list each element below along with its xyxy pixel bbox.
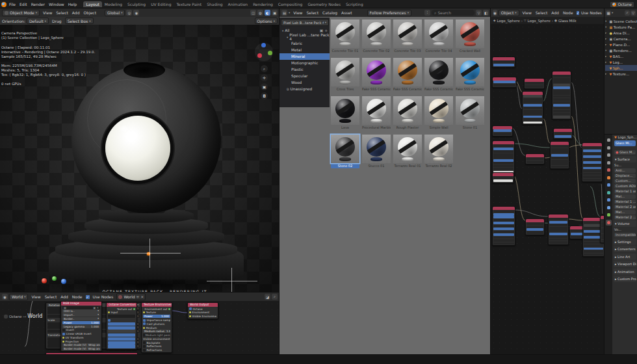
catalog-item-pixel-lab-tane-pack-4[interactable]: ▾Pixel Lab ...tane Pack 4 [280, 34, 330, 40]
asset-item[interactable]: Cross Tiles [331, 58, 359, 92]
prop-row[interactable]: Displace... [614, 174, 636, 178]
prop-row[interactable]: Mat... [614, 194, 636, 199]
menu-item[interactable]: Node [561, 8, 575, 17]
asset-item[interactable]: Fake SSS Ceramic... [424, 58, 453, 92]
workspace-tab-compositing[interactable]: Compositing [276, 1, 306, 7]
shader-node[interactable] [492, 125, 513, 136]
render-preview[interactable]: Camera Perspective(1) Scene Collection |… [0, 25, 280, 292]
prop-row[interactable]: Mat... [614, 210, 636, 214]
node-header[interactable]: World Output [188, 303, 218, 307]
workspace-tab-scripting[interactable]: Scripting [343, 1, 366, 7]
menu-item[interactable]: Node [70, 292, 84, 301]
node-row[interactable] [108, 322, 135, 326]
material-datablock[interactable]: ● Glass M... [614, 150, 636, 155]
orientation-value-dropdown[interactable]: Default▾ [27, 18, 49, 24]
world-node-rgb-image[interactable]: RGB Image▤▣ ✕OIIO lo..▾Import..▾Border..… [60, 301, 102, 352]
catalog-item-unassigned[interactable]: ⧉Unassigned [280, 86, 330, 92]
node-row[interactable]: Texture out [108, 307, 135, 311]
world-node-octane-conversion[interactable]: Octane ConversionTexture outInput [106, 302, 137, 350]
material-slot-selected[interactable]: Glass Mi... [614, 140, 636, 146]
asset-thumbnail[interactable] [362, 96, 391, 125]
node-row[interactable]: Border..▾ [62, 317, 100, 320]
asset-search-input[interactable]: ⌕Search [432, 10, 474, 16]
proportional-edit-icon[interactable]: ◉ [133, 10, 139, 16]
node-row[interactable]: Importance sampling [143, 318, 170, 322]
outliner-row[interactable]: ▸●Area Di... [605, 30, 637, 36]
asset-thumbnail[interactable] [393, 135, 422, 163]
prop-section-viewport-di-[interactable]: ▸ Viewport Di... [614, 261, 636, 267]
editor-zoom-icon[interactable]: ⌕ [272, 294, 278, 300]
node-row[interactable] [108, 341, 135, 344]
node-row[interactable]: Input [108, 311, 135, 314]
shader-type-dropdown[interactable]: Object▾ [499, 10, 519, 16]
asset-thumbnail[interactable] [456, 58, 484, 86]
asset-item[interactable]: Stone 02 [331, 135, 359, 168]
mode-dropdown[interactable]: Object Mode▾ [2, 10, 40, 16]
editor-type-icon[interactable]: ▤ [281, 10, 287, 16]
menu-item[interactable]: Select [43, 292, 59, 301]
menu-item[interactable]: Add [549, 8, 561, 17]
menu-item[interactable]: Help [66, 0, 79, 8]
editor-type-icon[interactable]: ◉ [2, 294, 8, 300]
menu-item[interactable]: Select [54, 8, 70, 17]
asset-thumbnail[interactable] [424, 96, 453, 125]
asset-item[interactable]: Fake SSS Ceramic... [393, 58, 422, 92]
outliner-row[interactable]: ▼Sph... [605, 65, 637, 71]
prop-row[interactable]: Material 1 an... [614, 189, 636, 194]
catalog-item-motiongraphic[interactable]: Motiongraphic [280, 60, 330, 66]
properties-tab-object-data[interactable] [606, 212, 612, 218]
shading-wireframe-icon[interactable]: ◫ [250, 10, 256, 16]
asset-thumbnail[interactable] [424, 20, 453, 48]
asset-thumbnail[interactable] [331, 96, 359, 125]
node-row[interactable] [108, 344, 135, 348]
shader-node[interactable] [548, 214, 569, 245]
asset-item[interactable]: Terrazzo Real 01 [393, 135, 422, 168]
menu-item[interactable]: Catalog [320, 8, 339, 17]
workspace-tab-rendering[interactable]: Rendering [250, 1, 276, 7]
asset-item[interactable]: Concrete Tile 01 [331, 20, 359, 53]
shader-node[interactable] [582, 142, 603, 182]
fake-user-icon[interactable]: ⛨ [136, 294, 140, 300]
menu-item[interactable]: Object [81, 8, 98, 17]
properties-tab-render[interactable] [606, 145, 612, 151]
workspace-tab-animation[interactable]: Animation [226, 1, 251, 7]
node-row[interactable]: Medium [143, 326, 170, 330]
catalog-item-fabric[interactable]: Fabric [280, 40, 330, 47]
prop-section-custom-pro-[interactable]: ▸ Custom Pro... [614, 276, 636, 282]
world-node[interactable] [46, 352, 138, 354]
node-header[interactable]: Texture Environment [142, 303, 172, 307]
asset-item[interactable]: Concrete Tile 03 [393, 20, 422, 53]
prop-section-line-art[interactable]: ▸ Line Art [614, 254, 636, 260]
shader-type-dropdown[interactable]: World▾ [9, 294, 28, 300]
shader-node[interactable] [525, 153, 545, 164]
catalog-item-mineral[interactable]: Mineral [280, 53, 330, 60]
workspace-tab-texture-paint[interactable]: Texture Paint [174, 1, 204, 7]
properties-tab-output[interactable] [606, 152, 612, 158]
node-row[interactable]: Border mode (V)Wrap around▾ [62, 347, 100, 350]
properties-tab-particles[interactable] [606, 190, 612, 196]
properties-tab-constraints[interactable] [606, 205, 612, 211]
properties-tab-modifiers[interactable] [606, 182, 612, 188]
menu-item[interactable]: Window [47, 0, 66, 8]
workspace-tab-uv-editing[interactable]: UV Editing [148, 1, 174, 7]
outliner-row[interactable]: ▸▣Camera... [605, 36, 637, 42]
blender-logo-icon[interactable] [1, 2, 6, 7]
use-nodes-checkbox[interactable]: ✓ [86, 295, 90, 299]
prop-section-surface[interactable]: ▾ Surface [614, 156, 636, 162]
node-row[interactable]: Medium radius1.0000 [143, 330, 170, 333]
prop-row[interactable]: Incompatible o... [614, 233, 636, 237]
prop-row[interactable]: Custom AOV o... [614, 184, 636, 188]
node-row[interactable]: Octane [189, 307, 216, 311]
menu-item[interactable]: Add [58, 292, 70, 301]
node-row[interactable] [108, 333, 135, 337]
select-tool-dropdown[interactable]: Select Box▾ [65, 18, 94, 24]
asset-item[interactable]: Fake SSS Ceramic... [456, 58, 484, 92]
workspace-tab-shading[interactable]: Shading [204, 1, 225, 7]
node-row[interactable]: UV Transform [62, 336, 100, 339]
node-row[interactable]: Environment [189, 311, 216, 314]
asset-thumbnail[interactable] [424, 58, 453, 86]
node-row[interactable] [108, 330, 135, 333]
asset-thumbnail[interactable] [331, 20, 359, 48]
shader-node[interactable] [524, 78, 545, 89]
menu-item[interactable]: View [291, 8, 304, 17]
